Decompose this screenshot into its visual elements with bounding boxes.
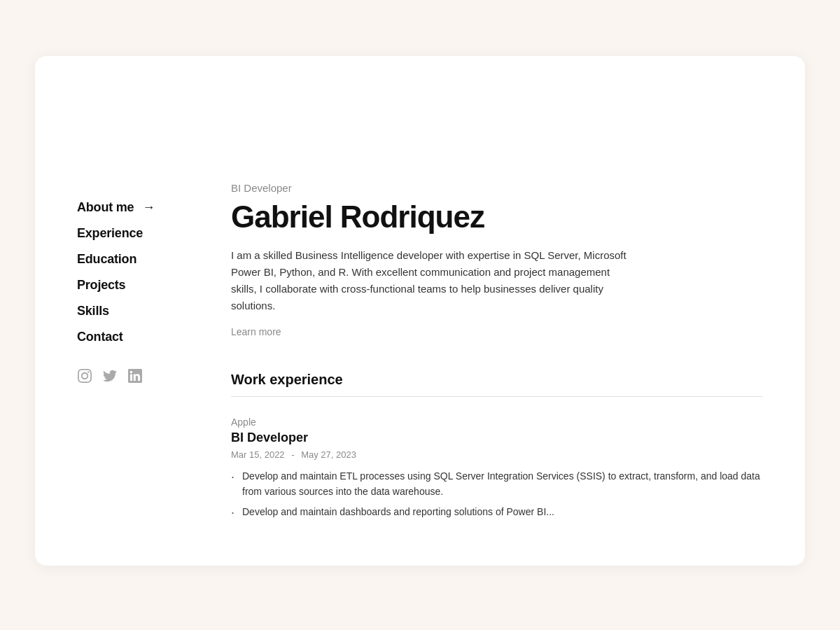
job-entry-apple: Apple BI Developer Mar 15, 2022 - May 27… xyxy=(231,416,763,519)
job-bullet-1: Develop and maintain ETL processes using… xyxy=(231,468,763,500)
resume-card: About me → Experience Education Projects… xyxy=(35,56,805,566)
sidebar-label-skills: Skills xyxy=(77,304,109,318)
instagram-icon[interactable] xyxy=(77,368,92,384)
job-bullet-2: Develop and maintain dashboards and repo… xyxy=(231,504,763,519)
profile-section: BI Developer Gabriel Rodriquez I am a sk… xyxy=(231,182,763,338)
job-title: BI Developer xyxy=(231,430,763,445)
work-experience-section: Work experience Apple BI Developer Mar 1… xyxy=(231,372,763,519)
linkedin-icon[interactable] xyxy=(127,368,143,384)
main-content: BI Developer Gabriel Rodriquez I am a sk… xyxy=(217,56,805,566)
job-bullets: Develop and maintain ETL processes using… xyxy=(231,468,763,519)
sidebar-item-about-me[interactable]: About me → xyxy=(77,196,189,219)
job-dates: Mar 15, 2022 - May 27, 2023 xyxy=(231,449,763,460)
sidebar-item-contact[interactable]: Contact xyxy=(77,326,189,349)
social-icons-container xyxy=(77,368,189,384)
section-divider-line xyxy=(231,396,763,397)
date-separator: - xyxy=(291,449,297,460)
sidebar-item-education[interactable]: Education xyxy=(77,248,189,271)
sidebar-nav: About me → Experience Education Projects… xyxy=(77,196,189,349)
sidebar-label-about-me: About me xyxy=(77,200,134,215)
sidebar-item-projects[interactable]: Projects xyxy=(77,274,189,297)
job-company: Apple xyxy=(231,416,763,428)
learn-more-link[interactable]: Learn more xyxy=(231,326,281,337)
sidebar-label-experience: Experience xyxy=(77,226,143,241)
job-start-date: Mar 15, 2022 xyxy=(231,449,285,460)
work-experience-title: Work experience xyxy=(231,372,763,388)
sidebar-label-contact: Contact xyxy=(77,330,123,344)
job-end-date: May 27, 2023 xyxy=(301,449,356,460)
sidebar-label-education: Education xyxy=(77,252,136,267)
profile-name: Gabriel Rodriquez xyxy=(231,200,763,234)
profile-bio: I am a skilled Business Intelligence dev… xyxy=(231,247,630,314)
sidebar-item-skills[interactable]: Skills xyxy=(77,300,189,323)
sidebar-label-projects: Projects xyxy=(77,278,125,293)
sidebar: About me → Experience Education Projects… xyxy=(35,56,217,566)
sidebar-item-experience[interactable]: Experience xyxy=(77,222,189,245)
sidebar-arrow-about-me: → xyxy=(142,200,155,215)
twitter-icon[interactable] xyxy=(102,368,118,384)
profile-subtitle: BI Developer xyxy=(231,182,763,194)
